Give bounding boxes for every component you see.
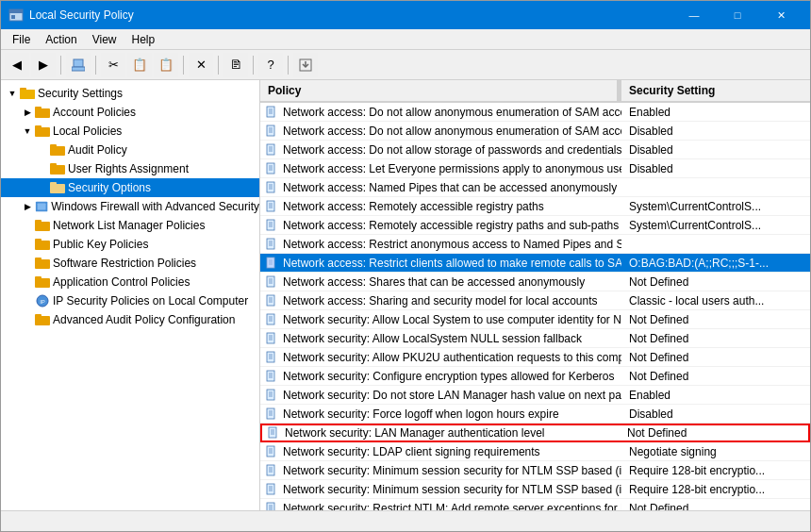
back-button[interactable]: ◀ (5, 53, 29, 77)
sidebar-item-app-control[interactable]: ▶ Application Control Policies (1, 273, 259, 291)
sidebar-item-account-policies[interactable]: ▶ Account Policies (1, 103, 259, 122)
menu-bar: File Action View Help (1, 29, 810, 50)
cut-button[interactable]: ✂ (101, 53, 125, 77)
folder-icon-software-restriction (35, 257, 50, 270)
table-row[interactable]: Network security: Configure encryption t… (260, 367, 810, 386)
sidebar-item-advanced-audit[interactable]: ▶ Advanced Audit Policy Configuration (1, 310, 259, 329)
table-row[interactable]: Network security: Minimum session securi… (260, 480, 810, 499)
setting-cell: Not Defined (621, 275, 810, 289)
policy-cell: Network access: Restrict anonymous acces… (260, 238, 621, 251)
folder-icon-public-key (35, 238, 50, 251)
policy-row-icon (264, 370, 279, 383)
minimize-button[interactable]: — (672, 1, 716, 29)
title-bar-controls: — □ ✕ (672, 1, 803, 29)
svg-rect-86 (267, 352, 274, 362)
policy-column-header[interactable]: Policy (260, 80, 618, 101)
table-row[interactable]: Network security: Allow Local System to … (260, 310, 810, 329)
table-row[interactable]: Network access: Restrict clients allowed… (260, 254, 810, 273)
policy-cell: Network security: Minimum session securi… (260, 464, 621, 477)
sidebar-item-local-policies[interactable]: ▼ Local Policies (1, 122, 259, 141)
table-row[interactable]: Network access: Shares that can be acces… (260, 273, 810, 291)
sidebar-item-user-rights[interactable]: ▶ User Rights Assignment (1, 159, 259, 178)
sidebar-item-ip-security[interactable]: ▶ IP IP Security Policies on Local Compu… (1, 291, 259, 310)
policy-row-icon (264, 125, 279, 138)
sidebar-item-software-restriction[interactable]: ▶ Software Restriction Policies (1, 254, 259, 273)
table-row[interactable]: Network access: Do not allow anonymous e… (260, 103, 810, 122)
policy-cell: Network access: Let Everyone permissions… (260, 162, 621, 175)
sidebar-label-security-options: Security Options (68, 181, 151, 194)
close-button[interactable]: ✕ (759, 1, 803, 29)
table-row[interactable]: Network security: Allow PKU2U authentica… (260, 348, 810, 367)
content-panel: Policy Security Setting Network access: … (260, 80, 810, 510)
table-row[interactable]: Network access: Do not allow storage of … (260, 141, 810, 159)
setting-header-label: Security Setting (629, 84, 715, 97)
table-row[interactable]: Network access: Do not allow anonymous e… (260, 122, 810, 141)
table-row[interactable]: Network security: Do not store LAN Manag… (260, 386, 810, 405)
folder-icon-security-settings (20, 87, 35, 100)
sidebar-label-public-key: Public Key Policies (53, 238, 148, 251)
policy-row-icon (264, 275, 279, 289)
sidebar-item-security-settings[interactable]: ▼ Security Settings (1, 84, 259, 103)
sidebar-item-audit-policy[interactable]: ▶ Audit Policy (1, 141, 259, 159)
setting-cell: Disabled (621, 407, 810, 421)
table-row[interactable]: Network security: LAN Manager authentica… (260, 424, 810, 442)
table-row[interactable]: Network security: Force logoff when logo… (260, 405, 810, 424)
toolbar-separator-1 (60, 56, 61, 75)
sidebar-item-public-key[interactable]: ▶ Public Key Policies (1, 235, 259, 254)
copy-button[interactable]: 📋 (127, 53, 152, 77)
sidebar-item-network-list[interactable]: ▶ Network List Manager Policies (1, 216, 259, 235)
menu-view[interactable]: View (85, 31, 124, 48)
svg-rect-46 (267, 163, 274, 174)
forward-button[interactable]: ▶ (31, 53, 56, 77)
table-row[interactable]: Network security: Restrict NTLM: Add rem… (260, 499, 810, 510)
table-row[interactable]: Network access: Restrict anonymous acces… (260, 235, 810, 254)
folder-icon-security-options (50, 181, 65, 194)
policy-cell: Network security: Allow LocalSystem NULL… (260, 332, 621, 345)
svg-rect-3 (74, 59, 83, 67)
menu-file[interactable]: File (5, 31, 38, 48)
policy-table[interactable]: Network access: Do not allow anonymous e… (260, 103, 810, 510)
maximize-button[interactable]: □ (716, 1, 759, 29)
svg-rect-17 (50, 163, 57, 167)
setting-cell: System\CurrentControlS... (621, 200, 810, 213)
policy-row-icon (264, 389, 279, 402)
table-row[interactable]: Network access: Named Pipes that can be … (260, 178, 810, 197)
sidebar-label-account-policies: Account Policies (53, 106, 136, 119)
paste-button[interactable]: 📋 (154, 53, 178, 77)
policy-cell: Network security: Allow PKU2U authentica… (260, 351, 621, 364)
table-row[interactable]: Network access: Sharing and security mod… (260, 291, 810, 310)
sidebar-label-security-settings: Security Settings (38, 87, 123, 100)
svg-rect-25 (35, 239, 41, 242)
properties-button[interactable]: 🖹 (223, 53, 248, 77)
sidebar-item-security-options[interactable]: ▶ Security Options (1, 178, 259, 197)
table-row[interactable]: Network access: Remotely accessible regi… (260, 197, 810, 216)
table-row[interactable]: Network access: Remotely accessible regi… (260, 216, 810, 235)
export-button[interactable] (293, 53, 318, 77)
policy-cell: Network access: Shares that can be acces… (260, 275, 621, 289)
delete-button[interactable]: ✕ (189, 53, 213, 77)
policy-row-icon (264, 332, 279, 345)
menu-action[interactable]: Action (38, 31, 84, 48)
setting-column-header[interactable]: Security Setting (621, 84, 810, 97)
table-row[interactable]: Network security: LDAP client signing re… (260, 442, 810, 461)
folder-icon-advanced-audit (35, 313, 50, 326)
sidebar-item-windows-firewall[interactable]: ▶ Windows Firewall with Advanced Securit… (1, 197, 259, 216)
svg-rect-27 (35, 258, 41, 261)
svg-rect-33 (35, 314, 41, 318)
main-window: Local Security Policy — □ ✕ File Action … (0, 0, 811, 532)
sidebar-label-user-rights: User Rights Assignment (68, 162, 189, 175)
svg-rect-38 (267, 125, 274, 136)
policy-cell: Network access: Remotely accessible regi… (260, 200, 621, 213)
table-row[interactable]: Network security: Minimum session securi… (260, 461, 810, 480)
menu-help[interactable]: Help (124, 31, 163, 48)
svg-rect-21 (38, 203, 46, 209)
help-button[interactable]: ? (258, 53, 283, 77)
table-row[interactable]: Network security: Allow LocalSystem NULL… (260, 329, 810, 348)
table-row[interactable]: Network access: Let Everyone permissions… (260, 159, 810, 178)
up-button[interactable] (66, 53, 91, 77)
svg-rect-34 (267, 107, 274, 117)
policy-cell: Network security: Minimum session securi… (260, 483, 621, 496)
policy-row-icon (264, 257, 279, 270)
svg-rect-74 (267, 295, 274, 306)
status-bar (1, 510, 810, 531)
